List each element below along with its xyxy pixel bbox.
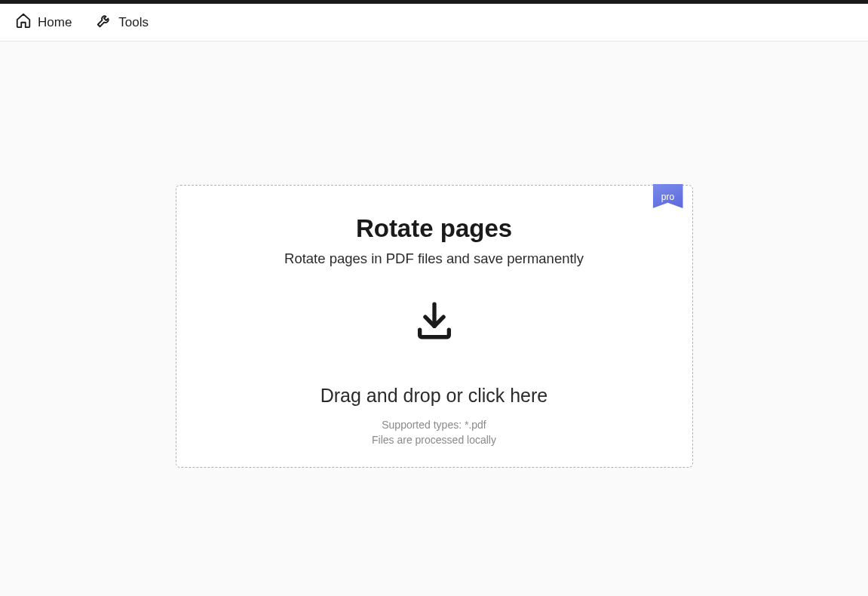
wrench-icon: [96, 12, 112, 32]
nav-tools[interactable]: Tools: [96, 12, 149, 32]
page-subtitle: Rotate pages in PDF files and save perma…: [284, 250, 584, 267]
drag-prompt: Drag and drop or click here: [321, 385, 548, 407]
top-nav: Home Tools: [0, 4, 868, 41]
main-content: pro Rotate pages Rotate pages in PDF fil…: [0, 41, 868, 596]
download-icon: [413, 299, 456, 346]
pro-badge: pro: [653, 184, 683, 214]
page-title: Rotate pages: [356, 214, 512, 243]
nav-home[interactable]: Home: [15, 12, 72, 32]
home-icon: [15, 12, 32, 32]
supported-types: Supported types: *.pdf: [382, 419, 486, 431]
processed-locally: Files are processed locally: [372, 434, 496, 446]
nav-tools-label: Tools: [118, 15, 149, 30]
nav-home-label: Home: [38, 15, 72, 30]
pro-badge-label: pro: [661, 192, 674, 202]
file-dropzone[interactable]: pro Rotate pages Rotate pages in PDF fil…: [176, 185, 693, 468]
